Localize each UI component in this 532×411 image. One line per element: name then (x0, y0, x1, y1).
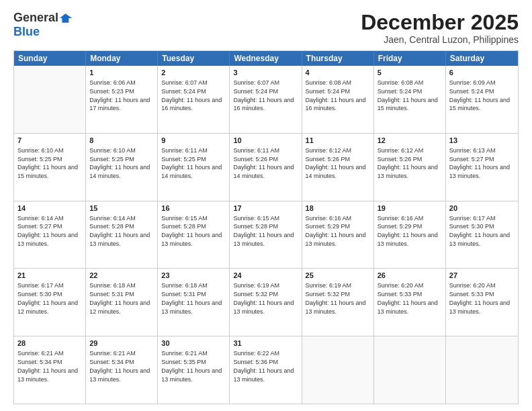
day-number: 26 (378, 271, 442, 281)
cell-info: Sunrise: 6:11 AMSunset: 5:25 PMDaylight:… (161, 147, 222, 179)
day-number: 19 (378, 203, 442, 214)
cell-info: Sunrise: 6:08 AMSunset: 5:24 PMDaylight:… (306, 79, 366, 111)
day-number: 10 (233, 136, 298, 146)
calendar-cell: 22Sunrise: 6:18 AMSunset: 5:31 PMDayligh… (86, 269, 158, 336)
calendar-cell: 20Sunrise: 6:17 AMSunset: 5:30 PMDayligh… (446, 201, 518, 269)
cell-info: Sunrise: 6:21 AMSunset: 5:35 PMDaylight:… (161, 350, 222, 382)
page: General Blue December 2025 Jaen, Central… (0, 0, 532, 411)
calendar-row: 21Sunrise: 6:17 AMSunset: 5:30 PMDayligh… (14, 269, 518, 336)
cell-info: Sunrise: 6:10 AMSunset: 5:25 PMDaylight:… (17, 147, 78, 179)
day-number: 7 (17, 136, 82, 146)
cell-info: Sunrise: 6:14 AMSunset: 5:27 PMDaylight:… (17, 215, 78, 247)
calendar-header: Sunday Monday Tuesday Wednesday Thursday… (14, 51, 518, 66)
calendar-cell: 5Sunrise: 6:08 AMSunset: 5:24 PMDaylight… (374, 66, 446, 133)
day-number: 24 (233, 271, 298, 281)
logo-blue: Blue (13, 25, 40, 38)
calendar-cell: 13Sunrise: 6:13 AMSunset: 5:27 PMDayligh… (446, 134, 518, 201)
cell-info: Sunrise: 6:16 AMSunset: 5:29 PMDaylight:… (378, 215, 438, 247)
day-number: 4 (306, 68, 370, 78)
calendar-cell: 30Sunrise: 6:21 AMSunset: 5:35 PMDayligh… (158, 336, 230, 404)
day-number: 16 (161, 203, 226, 214)
calendar-cell: 27Sunrise: 6:20 AMSunset: 5:33 PMDayligh… (446, 269, 518, 336)
cell-info: Sunrise: 6:15 AMSunset: 5:28 PMDaylight:… (233, 215, 294, 247)
calendar-cell: 17Sunrise: 6:15 AMSunset: 5:28 PMDayligh… (230, 201, 302, 269)
day-number: 30 (161, 338, 226, 349)
calendar-cell (446, 336, 518, 404)
cell-info: Sunrise: 6:15 AMSunset: 5:28 PMDaylight:… (161, 215, 222, 247)
cell-info: Sunrise: 6:06 AMSunset: 5:23 PMDaylight:… (89, 79, 150, 111)
calendar-cell: 1Sunrise: 6:06 AMSunset: 5:23 PMDaylight… (86, 66, 158, 133)
day-number: 1 (89, 68, 154, 78)
calendar-cell: 25Sunrise: 6:19 AMSunset: 5:32 PMDayligh… (302, 269, 374, 336)
day-number: 3 (233, 68, 298, 78)
day-number: 8 (89, 136, 154, 146)
header-wednesday: Wednesday (230, 51, 302, 66)
cell-info: Sunrise: 6:21 AMSunset: 5:34 PMDaylight:… (89, 350, 150, 382)
header-monday: Monday (86, 51, 158, 66)
svg-marker-0 (60, 13, 72, 22)
calendar-cell: 10Sunrise: 6:11 AMSunset: 5:26 PMDayligh… (230, 134, 302, 201)
calendar-cell: 11Sunrise: 6:12 AMSunset: 5:26 PMDayligh… (302, 134, 374, 201)
header-sunday: Sunday (14, 51, 86, 66)
cell-info: Sunrise: 6:21 AMSunset: 5:34 PMDaylight:… (17, 350, 78, 382)
calendar-cell: 3Sunrise: 6:07 AMSunset: 5:24 PMDaylight… (230, 66, 302, 133)
cell-info: Sunrise: 6:14 AMSunset: 5:28 PMDaylight:… (89, 215, 150, 247)
logo-general: General (13, 11, 58, 25)
calendar-row: 1Sunrise: 6:06 AMSunset: 5:23 PMDaylight… (14, 66, 518, 134)
location: Jaen, Central Luzon, Philippines (361, 34, 519, 45)
day-number: 21 (17, 271, 82, 281)
day-number: 18 (306, 203, 370, 214)
header-friday: Friday (374, 51, 446, 66)
calendar-row: 7Sunrise: 6:10 AMSunset: 5:25 PMDaylight… (14, 134, 518, 201)
calendar-cell: 28Sunrise: 6:21 AMSunset: 5:34 PMDayligh… (14, 336, 86, 404)
calendar-cell: 16Sunrise: 6:15 AMSunset: 5:28 PMDayligh… (158, 201, 230, 269)
month-title: December 2025 (361, 11, 519, 34)
header-saturday: Saturday (446, 51, 518, 66)
calendar-row: 28Sunrise: 6:21 AMSunset: 5:34 PMDayligh… (14, 336, 518, 404)
calendar-cell: 31Sunrise: 6:22 AMSunset: 5:36 PMDayligh… (230, 336, 302, 404)
cell-info: Sunrise: 6:18 AMSunset: 5:31 PMDaylight:… (89, 282, 150, 314)
cell-info: Sunrise: 6:12 AMSunset: 5:26 PMDaylight:… (378, 147, 438, 179)
cell-info: Sunrise: 6:09 AMSunset: 5:24 PMDaylight:… (449, 79, 510, 111)
cell-info: Sunrise: 6:10 AMSunset: 5:25 PMDaylight:… (89, 147, 150, 179)
day-number: 27 (449, 271, 515, 281)
cell-info: Sunrise: 6:20 AMSunset: 5:33 PMDaylight:… (378, 282, 438, 314)
cell-info: Sunrise: 6:12 AMSunset: 5:26 PMDaylight:… (306, 147, 366, 179)
day-number: 23 (161, 271, 226, 281)
day-number: 13 (449, 136, 515, 146)
calendar-cell: 12Sunrise: 6:12 AMSunset: 5:26 PMDayligh… (374, 134, 446, 201)
day-number: 6 (449, 68, 515, 78)
cell-info: Sunrise: 6:16 AMSunset: 5:29 PMDaylight:… (306, 215, 366, 247)
cell-info: Sunrise: 6:08 AMSunset: 5:24 PMDaylight:… (378, 79, 438, 111)
cell-info: Sunrise: 6:20 AMSunset: 5:33 PMDaylight:… (449, 282, 510, 314)
day-number: 28 (17, 338, 82, 349)
header-thursday: Thursday (302, 51, 374, 66)
cell-info: Sunrise: 6:07 AMSunset: 5:24 PMDaylight:… (233, 79, 294, 111)
day-number: 12 (378, 136, 442, 146)
cell-info: Sunrise: 6:18 AMSunset: 5:31 PMDaylight:… (161, 282, 222, 314)
calendar-cell: 21Sunrise: 6:17 AMSunset: 5:30 PMDayligh… (14, 269, 86, 336)
calendar-cell (14, 66, 86, 133)
calendar-cell: 6Sunrise: 6:09 AMSunset: 5:24 PMDaylight… (446, 66, 518, 133)
title-section: December 2025 Jaen, Central Luzon, Phili… (361, 11, 519, 45)
calendar-cell: 7Sunrise: 6:10 AMSunset: 5:25 PMDaylight… (14, 134, 86, 201)
day-number: 20 (449, 203, 515, 214)
cell-info: Sunrise: 6:13 AMSunset: 5:27 PMDaylight:… (449, 147, 510, 179)
calendar-cell: 26Sunrise: 6:20 AMSunset: 5:33 PMDayligh… (374, 269, 446, 336)
day-number: 22 (89, 271, 154, 281)
cell-info: Sunrise: 6:11 AMSunset: 5:26 PMDaylight:… (233, 147, 294, 179)
logo: General Blue (13, 11, 73, 39)
calendar-body: 1Sunrise: 6:06 AMSunset: 5:23 PMDaylight… (14, 66, 518, 404)
logo-icon (60, 11, 73, 25)
cell-info: Sunrise: 6:17 AMSunset: 5:30 PMDaylight:… (17, 282, 78, 314)
day-number: 5 (378, 68, 442, 78)
day-number: 31 (233, 338, 298, 349)
calendar-cell: 23Sunrise: 6:18 AMSunset: 5:31 PMDayligh… (158, 269, 230, 336)
header-tuesday: Tuesday (158, 51, 230, 66)
calendar-cell: 4Sunrise: 6:08 AMSunset: 5:24 PMDaylight… (302, 66, 374, 133)
day-number: 29 (89, 338, 154, 349)
calendar-row: 14Sunrise: 6:14 AMSunset: 5:27 PMDayligh… (14, 201, 518, 269)
cell-info: Sunrise: 6:22 AMSunset: 5:36 PMDaylight:… (233, 350, 294, 382)
calendar-cell (302, 336, 374, 404)
day-number: 9 (161, 136, 226, 146)
